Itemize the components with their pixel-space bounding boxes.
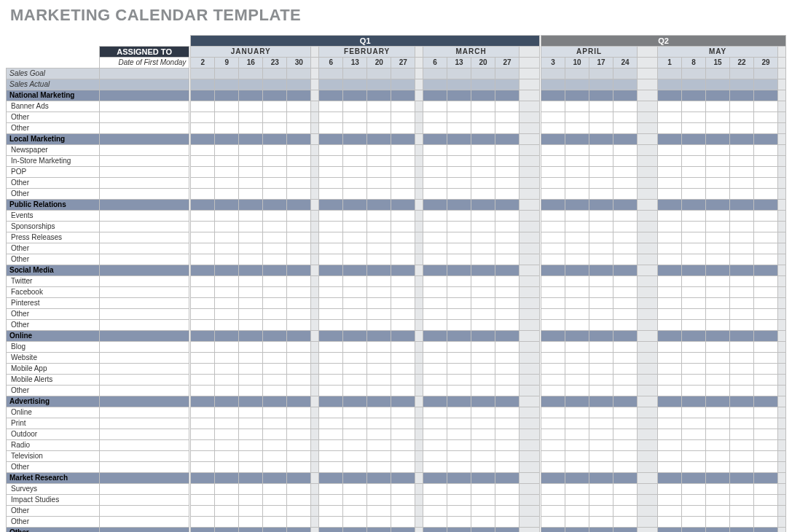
data-cell[interactable] — [754, 211, 778, 222]
data-cell[interactable] — [423, 440, 447, 451]
data-cell[interactable] — [287, 222, 311, 232]
data-cell[interactable] — [541, 298, 565, 309]
data-cell[interactable] — [658, 396, 682, 407]
data-cell[interactable] — [367, 440, 391, 451]
assigned-cell[interactable] — [100, 506, 189, 517]
data-cell[interactable] — [471, 134, 495, 145]
data-cell[interactable] — [658, 200, 682, 211]
data-cell[interactable] — [319, 211, 343, 222]
data-cell[interactable] — [495, 211, 519, 222]
data-cell[interactable] — [319, 320, 343, 331]
data-cell[interactable] — [730, 178, 754, 189]
data-cell[interactable] — [367, 309, 391, 320]
data-cell[interactable] — [263, 353, 287, 364]
data-cell[interactable] — [541, 320, 565, 331]
data-cell[interactable] — [319, 418, 343, 429]
data-cell[interactable] — [706, 276, 730, 287]
data-cell[interactable] — [447, 429, 471, 440]
data-cell[interactable] — [343, 123, 367, 134]
data-cell[interactable] — [589, 462, 613, 473]
data-cell[interactable] — [471, 506, 495, 517]
data-cell[interactable] — [263, 189, 287, 200]
data-cell[interactable] — [239, 156, 263, 167]
data-cell[interactable] — [706, 211, 730, 222]
data-cell[interactable] — [706, 364, 730, 375]
date-cell[interactable]: 8 — [682, 58, 706, 69]
data-cell[interactable] — [658, 320, 682, 331]
data-cell[interactable] — [239, 298, 263, 309]
assigned-cell[interactable] — [100, 320, 189, 331]
data-cell[interactable] — [495, 440, 519, 451]
data-cell[interactable] — [730, 211, 754, 222]
data-cell[interactable] — [343, 309, 367, 320]
data-cell[interactable] — [423, 386, 447, 396]
data-cell[interactable] — [319, 287, 343, 298]
data-cell[interactable] — [589, 69, 613, 79]
data-cell[interactable] — [565, 200, 589, 211]
data-cell[interactable] — [287, 189, 311, 200]
data-cell[interactable] — [191, 342, 215, 353]
data-cell[interactable] — [343, 69, 367, 79]
data-cell[interactable] — [495, 79, 519, 90]
data-cell[interactable] — [565, 123, 589, 134]
data-cell[interactable] — [682, 429, 706, 440]
data-cell[interactable] — [287, 276, 311, 287]
data-cell[interactable] — [495, 396, 519, 407]
data-cell[interactable] — [730, 309, 754, 320]
data-cell[interactable] — [423, 331, 447, 342]
data-cell[interactable] — [215, 167, 239, 178]
data-cell[interactable] — [589, 211, 613, 222]
data-cell[interactable] — [391, 79, 415, 90]
assigned-cell[interactable] — [100, 484, 189, 495]
data-cell[interactable] — [191, 123, 215, 134]
data-cell[interactable] — [754, 331, 778, 342]
assigned-cell[interactable] — [100, 353, 189, 364]
data-cell[interactable] — [589, 386, 613, 396]
data-cell[interactable] — [239, 123, 263, 134]
data-cell[interactable] — [471, 232, 495, 243]
data-cell[interactable] — [495, 320, 519, 331]
data-cell[interactable] — [730, 112, 754, 123]
data-cell[interactable] — [589, 156, 613, 167]
data-cell[interactable] — [367, 429, 391, 440]
data-cell[interactable] — [682, 265, 706, 276]
data-cell[interactable] — [391, 473, 415, 484]
data-cell[interactable] — [391, 265, 415, 276]
data-cell[interactable] — [423, 298, 447, 309]
data-cell[interactable] — [319, 222, 343, 232]
data-cell[interactable] — [263, 484, 287, 495]
data-cell[interactable] — [447, 396, 471, 407]
data-cell[interactable] — [613, 473, 638, 484]
data-cell[interactable] — [191, 79, 215, 90]
assigned-cell[interactable] — [100, 287, 189, 298]
data-cell[interactable] — [730, 232, 754, 243]
data-cell[interactable] — [287, 375, 311, 386]
data-cell[interactable] — [541, 112, 565, 123]
data-cell[interactable] — [613, 331, 638, 342]
data-cell[interactable] — [319, 484, 343, 495]
data-cell[interactable] — [706, 396, 730, 407]
data-cell[interactable] — [495, 287, 519, 298]
data-cell[interactable] — [263, 418, 287, 429]
data-cell[interactable] — [287, 134, 311, 145]
data-cell[interactable] — [613, 440, 638, 451]
data-cell[interactable] — [423, 69, 447, 79]
data-cell[interactable] — [565, 407, 589, 418]
data-cell[interactable] — [447, 90, 471, 101]
data-cell[interactable] — [239, 331, 263, 342]
data-cell[interactable] — [471, 243, 495, 254]
assigned-cell[interactable] — [100, 495, 189, 506]
data-cell[interactable] — [658, 145, 682, 156]
data-cell[interactable] — [215, 528, 239, 533]
data-cell[interactable] — [682, 298, 706, 309]
data-cell[interactable] — [565, 396, 589, 407]
data-cell[interactable] — [215, 79, 239, 90]
data-cell[interactable] — [367, 353, 391, 364]
data-cell[interactable] — [658, 298, 682, 309]
data-cell[interactable] — [589, 440, 613, 451]
data-cell[interactable] — [541, 473, 565, 484]
data-cell[interactable] — [215, 386, 239, 396]
data-cell[interactable] — [191, 429, 215, 440]
data-cell[interactable] — [730, 200, 754, 211]
data-cell[interactable] — [589, 167, 613, 178]
